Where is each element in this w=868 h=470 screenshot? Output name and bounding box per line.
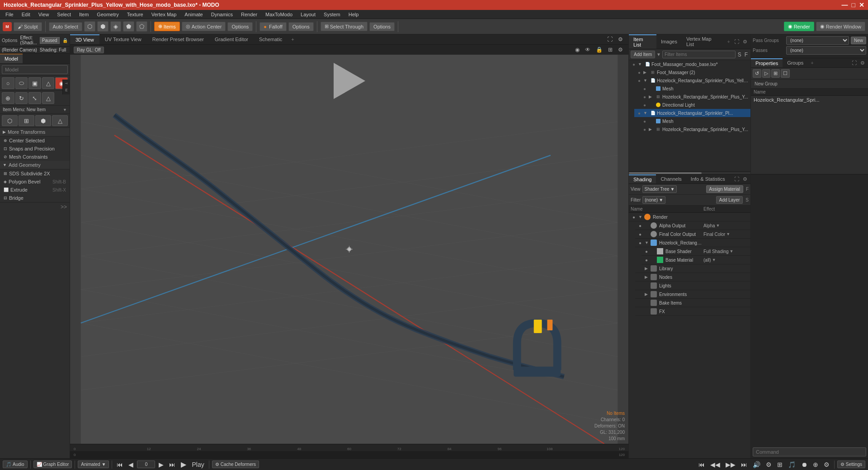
il-ctrl-1[interactable]: ⛶ — [733, 38, 741, 45]
vp-tab-render-preset[interactable]: Render Preset Browser — [147, 35, 209, 44]
more-transforms-section[interactable]: ▶ More Transforms — [0, 128, 70, 136]
tool-rotate[interactable]: ↻ — [15, 92, 28, 104]
il-F-btn[interactable]: F — [744, 51, 749, 58]
sds-subdivide-item[interactable]: ⊞ SDS Subdivide 2X — [0, 169, 70, 178]
bb-ctrl-10[interactable]: ⊕ — [811, 461, 820, 469]
menu-maxtomodo[interactable]: MaxToModo — [262, 11, 296, 18]
sh-row-bakeitems[interactable]: ● Bake Items — [635, 299, 750, 307]
render-window-btn[interactable]: ◉ Render Window — [816, 22, 865, 31]
expand-7[interactable]: ▼ — [643, 111, 649, 115]
bb-ctrl-5[interactable]: 🔊 — [751, 461, 762, 469]
sh-vis-hozelock[interactable]: ● — [637, 240, 643, 246]
sh-dropdown-baseshader[interactable]: ▼ — [730, 249, 734, 254]
options-btn-2[interactable]: Options — [288, 22, 314, 31]
vp-tab-add[interactable]: + — [288, 35, 297, 44]
sh-row-lights[interactable]: ● Lights — [635, 282, 750, 290]
menu-animate[interactable]: Animate — [181, 11, 206, 18]
transport-start[interactable]: ⏮ — [115, 461, 125, 469]
sh-tab-shading[interactable]: Shading — [629, 174, 656, 183]
sh-tab-channels[interactable]: Channels — [656, 175, 686, 183]
viewport-3d[interactable]: Ray GL: Off ◉ 👁 🔒 ⊞ ⚙ — [70, 45, 628, 444]
mode-btn-5[interactable]: ⬠ — [136, 21, 147, 32]
center-selected-item[interactable]: ⊕ Center Selected — [0, 136, 70, 145]
sh-expand-environments[interactable]: ▶ — [645, 292, 649, 296]
play-btn[interactable]: ▶ — [179, 460, 188, 469]
sh-row-baseshader[interactable]: ● Base Shader Full Shading ▼ — [642, 247, 750, 256]
vis-btn-1[interactable]: ● — [631, 61, 637, 67]
options-btn-3[interactable]: Options — [369, 22, 395, 31]
command-input[interactable] — [753, 447, 866, 456]
item-row-8[interactable]: ● Mesh — [640, 117, 750, 125]
items-btn[interactable]: ⊕ Items — [154, 22, 180, 31]
vis-btn-2[interactable]: ● — [636, 69, 642, 75]
il-S-btn[interactable]: S — [737, 51, 742, 58]
il-tab-vertex-map[interactable]: Vertex Map List — [682, 35, 725, 48]
tool-sphere[interactable]: ○ — [2, 77, 14, 89]
bb-ctrl-8[interactable]: 🎵 — [786, 461, 797, 469]
cache-deformers-btn[interactable]: ⚙ Cache Deformers — [212, 461, 259, 468]
il-tab-item-list[interactable]: Item List — [629, 34, 656, 49]
sh-row-nodes[interactable]: ● ▶ Nodes — [635, 273, 750, 282]
sh-row-basematerial[interactable]: ● Base Material (all) ▼ — [642, 256, 750, 264]
item-menu-row[interactable]: Item Menu: New Item ▼ — [0, 106, 70, 114]
paused-btn[interactable]: Paused — [40, 37, 60, 44]
pg-ctrl-2[interactable]: ⚙ — [859, 60, 866, 66]
search-input[interactable] — [2, 65, 68, 74]
sh-dropdown-basematerial[interactable]: ▼ — [712, 258, 716, 262]
expand-more-btn[interactable]: >> — [61, 204, 67, 210]
tool-scale[interactable]: ⤡ — [28, 92, 41, 104]
menu-render[interactable]: Render — [237, 11, 261, 18]
menu-edit[interactable]: Edit — [18, 11, 34, 18]
animated-btn[interactable]: Animated ▼ — [78, 461, 109, 468]
sh-expand-render[interactable]: ▼ — [638, 215, 643, 219]
vp-extra-btn[interactable]: ⚙ — [616, 46, 625, 54]
vis-btn-3[interactable]: ● — [636, 77, 642, 84]
menu-select[interactable]: Select — [53, 11, 75, 18]
play-button[interactable] — [334, 63, 365, 99]
sh-vis-basematerial[interactable]: ● — [643, 257, 650, 263]
expand-1[interactable]: ▼ — [638, 62, 643, 66]
item-row-9[interactable]: ● ▶ ⊞ Hozelock_Rectangular_Sprinkler_Plu… — [640, 125, 750, 133]
transport-end[interactable]: ⏭ — [167, 461, 177, 469]
sh-row-finalcolor[interactable]: ● Final Color Output Final Color ▼ — [635, 230, 750, 239]
vis-btn-9[interactable]: ● — [642, 126, 648, 132]
vert-btn-t[interactable]: T — [63, 80, 69, 86]
vis-btn-4[interactable]: ● — [642, 85, 648, 92]
bb-ctrl-2[interactable]: ◀◀ — [708, 461, 722, 469]
pg-tab-properties[interactable]: Properties — [751, 58, 783, 67]
bridge-item[interactable]: ⊟ Bridge — [0, 194, 70, 202]
expand-9[interactable]: ▶ — [649, 127, 654, 132]
fr-btn-1[interactable]: ↺ — [753, 69, 761, 78]
pass-groups-new-btn[interactable]: New — [851, 37, 866, 44]
sh-row-render[interactable]: ● ▼ Render — [629, 213, 750, 221]
vp-eye-btn[interactable]: 👁 — [583, 46, 592, 54]
sh-expand-library[interactable]: ▶ — [645, 266, 649, 271]
tool-transform[interactable]: △ — [42, 92, 55, 104]
il-tab-images[interactable]: Images — [656, 38, 682, 46]
extrude-item[interactable]: ⬜ Extrude Shift-X — [0, 186, 70, 194]
menu-system[interactable]: System — [320, 11, 344, 18]
mode-btn-2[interactable]: ⬢ — [97, 21, 108, 32]
vis-btn-7[interactable]: ● — [636, 110, 642, 116]
mode-btn-4[interactable]: ⬟ — [123, 21, 134, 32]
item-row-4[interactable]: ● Mesh — [640, 85, 750, 93]
sh-vis-finalcolor[interactable]: ● — [637, 231, 643, 237]
tool-g3[interactable]: ⬢ — [35, 115, 51, 126]
bb-ctrl-9[interactable]: ⏺ — [799, 461, 809, 469]
item-row-7[interactable]: ● ▼ 📄 Hozelock_Rectangular_Sprinkler_Pl.… — [634, 109, 750, 117]
sh-vis-alpha[interactable]: ● — [637, 222, 643, 229]
tool-cone[interactable]: △ — [42, 77, 55, 89]
polygon-bevel-item[interactable]: ◈ Polygon Bevel Shift-B — [0, 178, 70, 186]
sh-ctrl-1[interactable]: ⛶ — [733, 176, 741, 183]
item-list-content[interactable]: ● ▼ 📄 Foot_Massager_modo_base.lxo* ● ▶ ⊞… — [629, 60, 750, 171]
vis-btn-5[interactable]: ● — [642, 94, 648, 100]
item-row-5[interactable]: ● ▶ ⊞ Hozelock_Rectangular_Sprinkler_Plu… — [640, 93, 750, 101]
bb-ctrl-4[interactable]: ⏭ — [739, 461, 749, 469]
sh-vis-baseshader[interactable]: ● — [643, 248, 650, 254]
close-btn[interactable]: ✕ — [859, 1, 864, 9]
sh-expand-nodes[interactable]: ▶ — [645, 275, 649, 279]
vp-ray-gl-btn[interactable]: Ray GL: Off — [74, 47, 104, 53]
mesh-constraints-item[interactable]: ⊘ Mesh Constraints — [0, 153, 70, 161]
vp-tab-uv[interactable]: UV Texture View — [99, 35, 147, 44]
transport-prev[interactable]: ◀ — [127, 461, 135, 469]
